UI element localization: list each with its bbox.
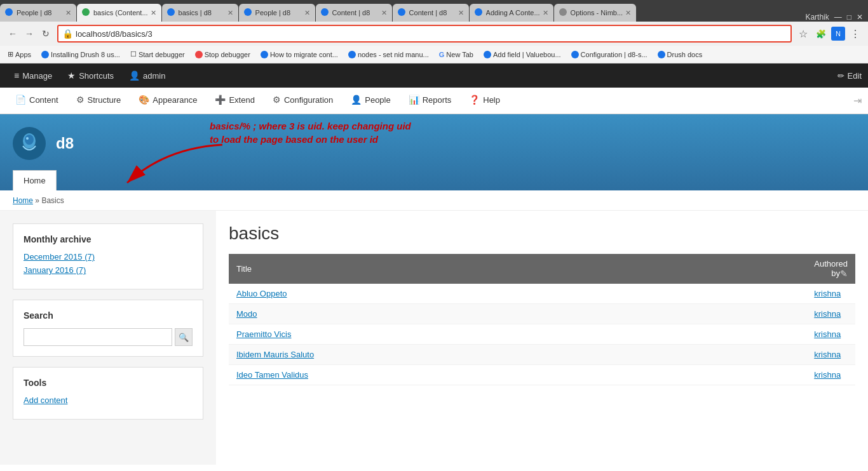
restore-btn[interactable]: □ — [847, 13, 851, 22]
tab-close-6[interactable]: ✕ — [458, 9, 464, 17]
tab-content2[interactable]: Content | d8 ✕ — [393, 4, 469, 22]
nav-people[interactable]: 👤 People — [342, 88, 399, 114]
tab-close-7[interactable]: ✕ — [543, 9, 548, 17]
row-author-link[interactable]: krishna — [814, 350, 841, 359]
search-input[interactable] — [24, 328, 172, 346]
admin-bar-right: ✏ Edit — [837, 71, 862, 81]
tab-close-1[interactable]: ✕ — [65, 9, 71, 17]
debug-start-label: Start debugger — [139, 51, 185, 58]
tab-close-8[interactable]: ✕ — [625, 9, 631, 17]
nav-content[interactable]: 📄 Content — [6, 88, 67, 114]
edit-button[interactable]: ✏ Edit — [837, 71, 862, 81]
tab-close-5[interactable]: ✕ — [381, 9, 387, 17]
nav-reports[interactable]: 📊 Reports — [400, 88, 461, 114]
tab-title-2: basics (Content... — [93, 9, 148, 17]
nav-appearance[interactable]: 🎨 Appearance — [130, 88, 206, 114]
nav-people-label: People — [365, 95, 390, 105]
extend-icon: ➕ — [215, 95, 226, 105]
tab-favicon-4 — [244, 8, 253, 17]
lock-icon: 🔒 — [62, 29, 73, 39]
tab-title-8: Options - Nimb... — [571, 9, 623, 17]
breadcrumb-home[interactable]: Home — [13, 196, 33, 205]
bookmark-debugger-stop[interactable]: Stop debugger — [193, 50, 253, 60]
tab-basics-d8[interactable]: basics | d8 ✕ — [162, 4, 238, 22]
tab-content1[interactable]: Content | d8 ✕ — [316, 4, 392, 22]
apps-label: Apps — [15, 51, 31, 58]
row-author-link[interactable]: krishna — [814, 309, 841, 319]
archive-january[interactable]: January 2016 (7) — [24, 265, 193, 275]
cell-author: krishna — [806, 345, 855, 365]
nav-extend-label: Extend — [229, 95, 254, 105]
reload-button[interactable]: ↻ — [38, 26, 53, 41]
nav-collapse-icon[interactable]: ⇥ — [853, 95, 862, 107]
tab-people2[interactable]: People | d8 ✕ — [239, 4, 315, 22]
tab-adding-conte[interactable]: Adding A Conte... ✕ — [470, 4, 553, 22]
row-title-link[interactable]: Abluo Oppeto — [236, 289, 287, 298]
nav-extend[interactable]: ➕ Extend — [206, 88, 263, 114]
nav-structure[interactable]: ⚙ Structure — [67, 88, 130, 114]
bookmark-migrate[interactable]: How to migrate cont... — [258, 50, 341, 60]
tab-close-2[interactable]: ✕ — [151, 9, 156, 17]
cell-author: krishna — [806, 365, 855, 385]
row-author-link[interactable]: krishna — [814, 329, 841, 339]
config-label: Configuration | d8-s... — [581, 51, 648, 58]
site-tab-home[interactable]: Home — [13, 170, 57, 190]
archive-december-count: (7) — [85, 252, 95, 262]
nav-configuration[interactable]: ⚙ Configuration — [264, 88, 342, 114]
row-author-link[interactable]: krishna — [814, 289, 841, 298]
admin-label: admin — [143, 71, 165, 81]
bookmark-drush[interactable]: Installing Drush 8 us... — [39, 50, 123, 60]
addfield-label: Add field | Valuebou... — [493, 51, 561, 58]
row-title-link[interactable]: Modo — [236, 309, 257, 319]
row-title-link[interactable]: Ibidem Mauris Saluto — [236, 350, 314, 359]
tab-people-d8[interactable]: People | d8 ✕ — [0, 4, 76, 22]
nav-content-label: Content — [29, 95, 58, 105]
bookmark-addfield[interactable]: Add field | Valuebou... — [481, 50, 564, 60]
admin-manage[interactable]: ≡ Manage — [6, 63, 60, 88]
nimbus-icon[interactable]: N — [831, 27, 845, 41]
menu-lines-icon: ≡ — [14, 70, 19, 81]
cell-author: krishna — [806, 304, 855, 324]
address-box[interactable]: 🔒 localhost/d8/basics/3 — [57, 25, 792, 43]
drupal-logo-svg — [18, 132, 41, 155]
tools-block: Tools Add content — [13, 367, 203, 420]
bookmark-debugger-start[interactable]: ☐ Start debugger — [128, 49, 187, 60]
row-title-link[interactable]: Ideo Tamen Validus — [236, 370, 308, 380]
nav-help[interactable]: ❓ Help — [460, 88, 509, 114]
row-author-link[interactable]: krishna — [814, 370, 841, 380]
row-title-link[interactable]: Praemitto Vicis — [236, 329, 291, 339]
tab-close-3[interactable]: ✕ — [227, 9, 233, 17]
address-bar-row: ← → ↻ 🔒 localhost/d8/basics/3 ☆ 🧩 N ⋮ — [0, 22, 868, 46]
search-button[interactable]: 🔍 — [175, 328, 193, 346]
pencil-icon: ✏ — [837, 71, 844, 81]
menu-icon[interactable]: ⋮ — [848, 26, 863, 41]
forward-button[interactable]: → — [22, 26, 37, 41]
debug-stop-label: Stop debugger — [205, 51, 250, 58]
tab-basics-content[interactable]: basics (Content... ✕ — [77, 4, 161, 22]
sort-icon[interactable]: ✎ — [840, 269, 848, 279]
minimize-btn[interactable]: — — [834, 13, 842, 22]
archive-december[interactable]: December 2015 (7) — [24, 252, 193, 262]
search-title: Search — [24, 310, 193, 321]
tab-options-nimb[interactable]: Options - Nimb... ✕ — [554, 4, 637, 22]
extensions-icon[interactable]: 🧩 — [813, 26, 829, 41]
back-button[interactable]: ← — [5, 26, 20, 41]
bookmark-nodes[interactable]: nodes - set nid manu... — [346, 50, 431, 60]
bookmark-newtab[interactable]: G New Tab — [437, 50, 476, 60]
close-browser-btn[interactable]: ✕ — [857, 13, 863, 22]
bookmark-star-icon[interactable]: ☆ — [796, 26, 811, 41]
bookmark-config[interactable]: Configuration | d8-s... — [569, 50, 650, 60]
tab-close-4[interactable]: ✕ — [304, 9, 310, 17]
bookmark-drush-docs[interactable]: Drush docs — [655, 50, 705, 60]
drupal-admin-bar: ≡ Manage ★ Shortcuts 👤 admin ✏ Edit — [0, 63, 868, 88]
admin-shortcuts[interactable]: ★ Shortcuts — [60, 63, 121, 88]
tab-favicon-1 — [5, 8, 14, 17]
drush-docs-label: Drush docs — [667, 51, 703, 58]
content-icon: 📄 — [15, 95, 26, 105]
configuration-icon: ⚙ — [273, 95, 281, 105]
bookmark-apps[interactable]: ⊞ Apps — [5, 49, 34, 60]
add-content-link[interactable]: Add content — [24, 395, 193, 405]
breadcrumb-separator: » — [35, 196, 41, 205]
site-logo — [13, 127, 46, 160]
admin-user[interactable]: 👤 admin — [121, 63, 173, 88]
